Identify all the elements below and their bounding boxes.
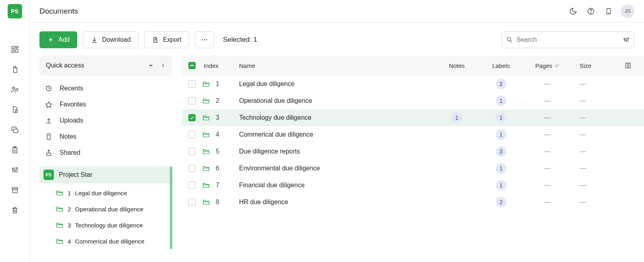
row-checkbox[interactable] xyxy=(188,148,196,155)
settings-sliders-icon[interactable] xyxy=(10,166,19,174)
folder-icon xyxy=(202,81,210,87)
svg-rect-39 xyxy=(626,40,627,41)
svg-rect-40 xyxy=(627,38,629,39)
row-name: Due diligence reports xyxy=(239,148,435,155)
qa-icon[interactable] xyxy=(10,125,19,134)
side-panel: Quick access Recents xyxy=(39,55,172,262)
row-index: 5 xyxy=(216,148,219,155)
tree-item-label: Legal due diligence xyxy=(75,190,127,196)
col-header-notes[interactable]: Notes xyxy=(435,62,479,69)
archive-icon[interactable] xyxy=(10,186,19,194)
tree-item[interactable]: 3Technology due diligence xyxy=(56,217,172,233)
svg-point-33 xyxy=(507,37,511,41)
col-header-labels[interactable]: Labels xyxy=(479,62,523,69)
folder-icon xyxy=(56,190,64,196)
svg-point-32 xyxy=(206,39,207,40)
qa-item-notes[interactable]: Notes xyxy=(39,129,172,145)
table-row[interactable]: 6Environmental due diligence1—— xyxy=(182,160,644,177)
svg-rect-8 xyxy=(13,129,18,132)
help-icon[interactable] xyxy=(585,6,597,17)
notes-count: 1 xyxy=(452,113,462,123)
dashboard-icon[interactable] xyxy=(10,45,19,54)
more-actions-button[interactable] xyxy=(195,31,214,48)
row-checkbox[interactable] xyxy=(188,114,196,121)
row-checkbox[interactable] xyxy=(188,97,196,104)
device-icon[interactable] xyxy=(603,6,614,17)
table-row[interactable]: 3Technology due diligence11—— xyxy=(182,109,644,126)
qa-item-uploads[interactable]: Uploads xyxy=(39,113,172,129)
col-header-pages[interactable]: Pages xyxy=(523,62,572,69)
table-row[interactable]: 8HR due diligence2—— xyxy=(182,194,644,211)
filter-icon[interactable] xyxy=(623,36,630,43)
col-header-index[interactable]: Index xyxy=(202,62,239,69)
row-checkbox[interactable] xyxy=(188,199,196,206)
folder-icon xyxy=(56,238,64,244)
user-avatar[interactable]: JS xyxy=(621,4,634,18)
qa-item-label: Notes xyxy=(60,133,76,140)
tree-item[interactable]: 4Commerical due diligence xyxy=(56,233,172,249)
labels-count: 1 xyxy=(496,129,506,140)
tree-item[interactable]: 2Operational due diligence xyxy=(56,201,172,217)
qa-item-shared[interactable]: Shared xyxy=(39,145,172,161)
add-button-label: Add xyxy=(58,36,70,43)
documents-table: Index Name Notes Labels Pages Size xyxy=(182,55,644,262)
table-row[interactable]: 7Financial due diligence1—— xyxy=(182,177,644,194)
search-box[interactable] xyxy=(502,31,634,48)
svg-rect-3 xyxy=(12,50,14,53)
document-icon[interactable] xyxy=(10,65,19,74)
svg-rect-2 xyxy=(15,49,18,52)
row-name: Commerical due diligence xyxy=(239,131,435,138)
labels-count: 1 xyxy=(496,163,506,174)
secure-doc-icon[interactable] xyxy=(10,105,19,114)
quick-access-list: Recents Favorites Uploads Notes xyxy=(39,78,172,163)
folder-tree: PS Project Star 1Legal due diligence2Ope… xyxy=(39,166,172,249)
clipboard-icon[interactable] xyxy=(10,145,19,154)
qa-item-label: Recents xyxy=(60,85,83,92)
project-badge[interactable]: PS xyxy=(8,4,22,18)
row-checkbox[interactable] xyxy=(188,182,196,189)
select-all-checkbox[interactable] xyxy=(188,62,196,69)
qa-item-recents[interactable]: Recents xyxy=(39,80,172,96)
trash-icon[interactable] xyxy=(10,206,19,215)
table-row[interactable]: 4Commerical due diligence1—— xyxy=(182,126,644,143)
qa-item-label: Shared xyxy=(60,149,80,156)
table-row[interactable]: 5Due diligence reports3—— xyxy=(182,143,644,160)
add-button[interactable]: Add xyxy=(39,31,77,48)
search-input[interactable] xyxy=(516,36,619,43)
row-index: 6 xyxy=(216,165,219,172)
labels-count: 1 xyxy=(496,96,506,106)
download-button[interactable]: Download xyxy=(83,31,138,48)
row-index: 3 xyxy=(216,114,219,121)
export-button[interactable]: Export xyxy=(144,31,189,48)
collapse-panel-icon[interactable] xyxy=(148,63,154,68)
tree-root-label: Project Star xyxy=(59,171,93,178)
tree-item[interactable]: 1Legal due diligence xyxy=(56,185,172,201)
row-pages: — xyxy=(544,148,551,155)
row-pages: — xyxy=(544,97,551,104)
tree-item-index: 4 xyxy=(68,238,71,245)
table-row[interactable]: 1Legal due diligence2—— xyxy=(182,76,644,92)
qa-item-favorites[interactable]: Favorites xyxy=(39,96,172,113)
columns-config-icon[interactable] xyxy=(620,62,636,69)
row-index: 1 xyxy=(216,80,219,88)
folder-icon xyxy=(56,222,64,228)
row-checkbox[interactable] xyxy=(188,80,196,88)
labels-count: 1 xyxy=(496,180,506,190)
row-name: Financial due diligence xyxy=(239,182,435,189)
tree-root[interactable]: PS Project Star xyxy=(39,166,172,183)
row-checkbox[interactable] xyxy=(188,131,196,138)
people-icon[interactable] xyxy=(10,85,19,94)
export-icon xyxy=(152,36,159,43)
theme-toggle-icon[interactable] xyxy=(568,6,579,17)
tree-root-badge: PS xyxy=(43,170,54,180)
chevron-left-icon[interactable] xyxy=(160,63,166,68)
share-icon xyxy=(45,149,53,156)
svg-rect-0 xyxy=(12,47,14,49)
col-header-name[interactable]: Name xyxy=(239,62,435,69)
table-row[interactable]: 2Operational due diligence1—— xyxy=(182,92,644,109)
nav-rail: PS xyxy=(0,0,30,262)
tree-item-index: 2 xyxy=(68,206,71,213)
quick-access-header: Quick access xyxy=(39,55,172,76)
row-checkbox[interactable] xyxy=(188,165,196,172)
col-header-size[interactable]: Size xyxy=(572,62,620,69)
